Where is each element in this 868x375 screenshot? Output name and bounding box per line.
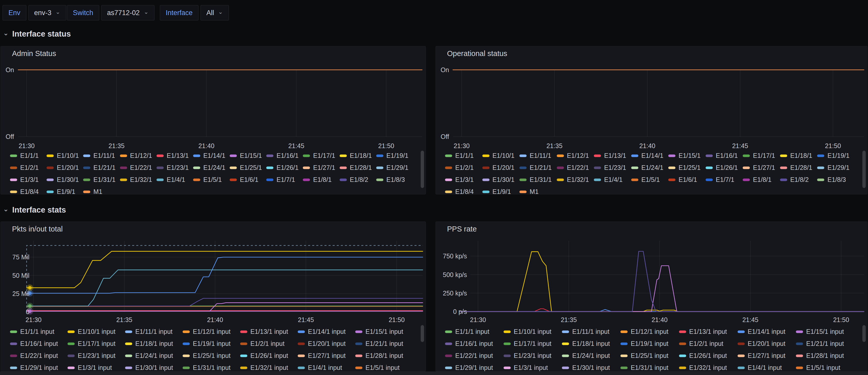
legend-scrollbar[interactable]: [862, 151, 866, 188]
legend-item[interactable]: E1/22/1 input: [445, 350, 501, 362]
legend-item[interactable]: E1/22/1 input: [10, 350, 65, 362]
panel-title[interactable]: Admin Status: [12, 50, 56, 58]
legend-item[interactable]: E1/18/1 input: [125, 338, 181, 350]
legend-item[interactable]: E1/31/1 input: [183, 362, 238, 371]
legend-item[interactable]: E1/28/1 input: [355, 350, 411, 362]
legend-item[interactable]: E1/15/1: [668, 150, 704, 162]
legend-item[interactable]: E1/14/1: [193, 150, 227, 162]
legend-item[interactable]: E1/15/1: [230, 150, 264, 162]
legend-item[interactable]: E1/9/1: [482, 186, 518, 194]
legend-item[interactable]: E1/11/1: [83, 150, 118, 162]
legend-item[interactable]: E1/5/1 input: [355, 362, 411, 371]
legend-item[interactable]: E1/10/1: [482, 150, 518, 162]
legend-item[interactable]: E1/18/1 input: [562, 338, 618, 350]
legend-item[interactable]: E1/7/1: [706, 174, 741, 186]
legend-item[interactable]: E1/13/1 input: [679, 325, 736, 338]
legend-item[interactable]: M1: [520, 186, 555, 194]
legend-item[interactable]: E1/31/1: [83, 174, 118, 186]
legend-item[interactable]: E1/16/1: [266, 150, 301, 162]
legend-item[interactable]: E1/8/4: [445, 186, 480, 194]
legend-item[interactable]: E1/12/1 input: [620, 325, 677, 338]
legend-item[interactable]: E1/26/1: [266, 162, 301, 174]
legend-item[interactable]: E1/5/1 input: [796, 362, 852, 371]
legend-item[interactable]: E1/8/2: [780, 174, 815, 186]
legend-scrollbar[interactable]: [421, 151, 424, 188]
legend-item[interactable]: E1/24/1: [193, 162, 227, 174]
legend-item[interactable]: E1/23/1 input: [503, 350, 560, 362]
panel-title[interactable]: Pkts in/out total: [12, 225, 63, 233]
legend-item[interactable]: E1/2/1 input: [240, 338, 296, 350]
legend-item[interactable]: E1/30/1 input: [125, 362, 181, 371]
legend-item[interactable]: E1/6/1: [230, 174, 264, 186]
legend-item[interactable]: E1/26/1 input: [679, 350, 736, 362]
legend-item[interactable]: E1/1/1 input: [10, 325, 65, 338]
legend-item[interactable]: E1/32/1: [120, 174, 154, 186]
legend-item[interactable]: E1/19/1 input: [183, 338, 238, 350]
legend-item[interactable]: E1/18/1: [340, 150, 374, 162]
legend-item[interactable]: E1/13/1 input: [240, 325, 296, 338]
legend-item[interactable]: E1/20/1: [482, 162, 518, 174]
legend-item[interactable]: E1/4/1 input: [738, 362, 794, 371]
legend-item[interactable]: E1/31/1 input: [620, 362, 677, 371]
legend-item[interactable]: E1/29/1: [376, 162, 411, 174]
legend-item[interactable]: E1/28/1 input: [796, 350, 852, 362]
legend-item[interactable]: E1/26/1 input: [240, 350, 296, 362]
legend-item[interactable]: E1/13/1: [156, 150, 191, 162]
legend-item[interactable]: E1/10/1 input: [67, 325, 123, 338]
legend-item[interactable]: E1/18/1: [780, 150, 815, 162]
legend-item[interactable]: E1/8/3: [376, 174, 411, 186]
legend-item[interactable]: E1/5/1: [631, 174, 666, 186]
legend-item[interactable]: E1/11/1: [520, 150, 555, 162]
legend-item[interactable]: E1/11/1 input: [562, 325, 618, 338]
legend-item[interactable]: E1/32/1 input: [240, 362, 296, 371]
legend-item[interactable]: E1/16/1 input: [10, 338, 65, 350]
panel-title[interactable]: PPS rate: [447, 225, 477, 233]
legend-item[interactable]: E1/4/1 input: [298, 362, 353, 371]
legend-item[interactable]: E1/2/1: [445, 162, 480, 174]
legend-item[interactable]: E1/20/1 input: [738, 338, 794, 350]
legend-item[interactable]: E1/24/1 input: [562, 350, 618, 362]
legend-item[interactable]: E1/8/2: [340, 174, 374, 186]
variable-env-dropdown[interactable]: env-3 ⌄: [28, 5, 66, 21]
legend-item[interactable]: E1/30/1: [482, 174, 518, 186]
legend-item[interactable]: E1/23/1: [594, 162, 629, 174]
legend-item[interactable]: E1/10/1 input: [503, 325, 560, 338]
legend-scrollbar[interactable]: [421, 325, 424, 342]
legend-item[interactable]: E1/8/1: [303, 174, 337, 186]
variable-switch-dropdown[interactable]: as7712-02 ⌄: [101, 5, 154, 21]
legend-item[interactable]: E1/19/1 input: [620, 338, 677, 350]
legend-item[interactable]: E1/27/1 input: [298, 350, 353, 362]
legend-item[interactable]: E1/8/3: [817, 174, 852, 186]
legend-item[interactable]: E1/7/1: [266, 174, 301, 186]
legend-item[interactable]: E1/6/1: [668, 174, 704, 186]
legend-item[interactable]: E1/22/1: [120, 162, 154, 174]
legend-item[interactable]: E1/26/1: [706, 162, 741, 174]
legend-item[interactable]: E1/21/1: [520, 162, 555, 174]
legend-item[interactable]: E1/17/1: [303, 150, 337, 162]
legend-item[interactable]: E1/29/1: [817, 162, 852, 174]
legend-item[interactable]: E1/3/1: [10, 174, 44, 186]
legend-item[interactable]: E1/2/1: [10, 162, 44, 174]
legend-item[interactable]: E1/32/1: [557, 174, 592, 186]
legend-item[interactable]: E1/14/1 input: [738, 325, 794, 338]
legend-item[interactable]: E1/25/1: [230, 162, 264, 174]
legend-item[interactable]: E1/17/1: [743, 150, 778, 162]
panel-title[interactable]: Operational status: [447, 50, 507, 58]
legend-item[interactable]: E1/4/1: [594, 174, 629, 186]
variable-interface-dropdown[interactable]: All ⌄: [200, 5, 229, 21]
legend-item[interactable]: E1/3/1: [445, 174, 480, 186]
legend-item[interactable]: E1/17/1 input: [67, 338, 123, 350]
legend-item[interactable]: E1/25/1 input: [183, 350, 238, 362]
legend-item[interactable]: E1/29/1 input: [445, 362, 501, 371]
legend-item[interactable]: E1/30/1 input: [562, 362, 618, 371]
legend-item[interactable]: E1/19/1: [817, 150, 852, 162]
legend-item[interactable]: E1/1/1: [10, 150, 44, 162]
legend-item[interactable]: E1/24/1: [631, 162, 666, 174]
legend-item[interactable]: E1/27/1: [303, 162, 337, 174]
legend-item[interactable]: E1/12/1: [120, 150, 154, 162]
legend-item[interactable]: E1/21/1 input: [796, 338, 852, 350]
legend-item[interactable]: E1/13/1: [594, 150, 629, 162]
legend-item[interactable]: E1/8/1: [743, 174, 778, 186]
legend-item[interactable]: E1/20/1: [46, 162, 81, 174]
legend-item[interactable]: E1/14/1: [631, 150, 666, 162]
